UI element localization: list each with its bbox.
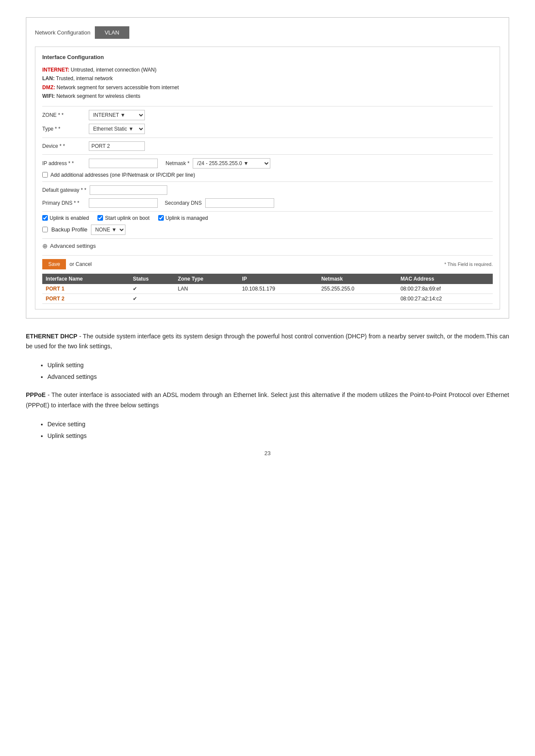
save-cancel-row: Save or Cancel * This Field is required. (42, 259, 493, 269)
tabs-row: Network Configuration VLAN (35, 26, 500, 39)
add-addresses-row: Add additional addresses (one IP/Netmask… (42, 172, 493, 178)
divider-4 (42, 181, 493, 182)
uplink-managed-label: Uplink is managed (166, 215, 208, 221)
port1-netmask: 255.255.255.0 (318, 284, 397, 294)
port1-zone: LAN (175, 284, 239, 294)
gateway-label: Default gateway * (42, 187, 86, 193)
ip-input[interactable] (89, 159, 158, 168)
table-header-row: Interface Name Status Zone Type IP Netma… (42, 274, 493, 284)
backup-profile-checkbox[interactable] (42, 227, 48, 232)
lan-label: LAN: (42, 75, 55, 81)
divider-7 (42, 255, 493, 256)
zone-legend: INTERNET: Untrusted, internet connection… (42, 66, 493, 101)
table-row: PORT 2 ✔ 08:00:27:a2:14:c2 (42, 294, 493, 303)
required-note: * This Field is required. (444, 262, 493, 267)
col-status: Status (129, 274, 174, 284)
type-row: Type * Ethernet Static ▼ (42, 124, 493, 134)
col-mac: MAC Address (397, 274, 493, 284)
pppoe-paragraph: PPPoE - The outer interface is associate… (26, 390, 509, 411)
port2-mac: 08:00:27:a2:14:c2 (397, 294, 493, 303)
dmz-desc: Network segment for servers accessible f… (56, 84, 178, 91)
divider-5 (42, 211, 493, 212)
ethernet-dhcp-title: ETHERNET DHCP (26, 333, 77, 340)
port2-name: PORT 2 (42, 294, 129, 303)
save-button[interactable]: Save (42, 259, 66, 269)
wifi-label: WIFI: (42, 93, 55, 99)
main-panel: Network Configuration VLAN Interface Con… (26, 17, 509, 319)
type-label: Type * (42, 126, 85, 132)
pppoe-text: - The outer interface is associated with… (26, 391, 509, 409)
interface-config-box: Interface Configuration INTERNET: Untrus… (35, 47, 500, 309)
internet-label: INTERNET: (42, 67, 69, 73)
divider-1 (42, 106, 493, 106)
primary-dns-label: Primary DNS * (42, 200, 85, 206)
device-row: Device * (42, 141, 493, 151)
advanced-settings-label: Advanced settings (50, 243, 96, 249)
dns-row: Primary DNS * Secondary DNS (42, 198, 493, 208)
col-netmask: Netmask (318, 274, 397, 284)
or-cancel-label[interactable]: or Cancel (69, 261, 91, 267)
divider-3 (42, 154, 493, 155)
device-label: Device * (42, 143, 85, 149)
device-input[interactable] (89, 141, 145, 151)
list-item: Advanced settings (47, 371, 509, 383)
uplink-checkboxes: Uplink is enabled Start uplink on boot U… (42, 215, 493, 221)
port2-ip (238, 294, 318, 303)
ip-label: IP address * (42, 160, 85, 166)
port2-zone (175, 294, 239, 303)
col-zone-type: Zone Type (175, 274, 239, 284)
wifi-desc: Network segment for wireless clients (56, 93, 141, 99)
backup-profile-select[interactable]: NONE ▼ (91, 225, 125, 235)
list-item: Uplink setting (47, 359, 509, 371)
zone-select[interactable]: INTERNET ▼ (89, 110, 145, 120)
add-addresses-text: Add additional addresses (one IP/Netmask… (50, 172, 195, 178)
port2-status: ✔ (129, 294, 174, 303)
netmask-select[interactable]: /24 - 255.255.255.0 ▼ (193, 158, 270, 169)
zone-label: ZONE * (42, 112, 85, 118)
ip-row: IP address * Netmask * /24 - 255.255.255… (42, 158, 493, 169)
ethernet-dhcp-paragraph: ETHERNET DHCP - The outside system inter… (26, 331, 509, 352)
uplink-managed-checkbox[interactable] (158, 215, 164, 221)
list-item: Device setting (47, 419, 509, 430)
uplink-managed-row: Uplink is managed (158, 215, 208, 221)
start-uplink-label: Start uplink on boot (105, 215, 149, 221)
start-uplink-row: Start uplink on boot (97, 215, 149, 221)
table-row: PORT 1 ✔ LAN 10.108.51.179 255.255.255.0… (42, 284, 493, 294)
tab-vlan[interactable]: VLAN (95, 26, 129, 39)
uplink-enabled-checkbox[interactable] (42, 215, 48, 221)
col-interface-name: Interface Name (42, 274, 129, 284)
start-uplink-checkbox[interactable] (97, 215, 103, 221)
uplink-enabled-label: Uplink is enabled (50, 215, 89, 221)
ethernet-dhcp-text: - The outside system interface gets its … (26, 333, 509, 350)
list-item: Uplink settings (47, 430, 509, 442)
pppoe-bullets: Device setting Uplink settings (47, 419, 509, 441)
ethernet-bullets: Uplink setting Advanced settings (47, 359, 509, 382)
port1-status: ✔ (129, 284, 174, 294)
uplink-enabled-row: Uplink is enabled (42, 215, 89, 221)
gateway-input[interactable] (90, 185, 167, 195)
backup-row: Backup Profile NONE ▼ (42, 225, 493, 235)
add-addresses-checkbox[interactable] (42, 172, 48, 178)
primary-dns-input[interactable] (89, 198, 158, 208)
secondary-dns-input[interactable] (205, 198, 274, 208)
pppoe-title: PPPoE (26, 391, 46, 398)
divider-2 (42, 137, 493, 138)
interface-table: Interface Name Status Zone Type IP Netma… (42, 274, 493, 304)
zone-row: ZONE * INTERNET ▼ (42, 110, 493, 120)
port2-netmask (318, 294, 397, 303)
page-number: 23 (26, 450, 509, 456)
gateway-row: Default gateway * (42, 185, 493, 195)
internet-desc: Untrusted, internet connection (WAN) (71, 67, 156, 73)
divider-6 (42, 238, 493, 239)
col-ip: IP (238, 274, 318, 284)
port1-name: PORT 1 (42, 284, 129, 294)
backup-profile-label: Backup Profile (51, 226, 88, 233)
advanced-settings-row[interactable]: ⊕ Advanced settings (42, 242, 493, 250)
type-select[interactable]: Ethernet Static ▼ (89, 124, 145, 134)
port1-ip: 10.108.51.179 (238, 284, 318, 294)
plus-icon: ⊕ (42, 242, 48, 250)
network-config-label: Network Configuration (35, 29, 91, 36)
netmask-label: Netmask * (166, 160, 189, 166)
interface-config-title: Interface Configuration (42, 54, 493, 60)
dmz-label: DMZ: (42, 84, 55, 91)
